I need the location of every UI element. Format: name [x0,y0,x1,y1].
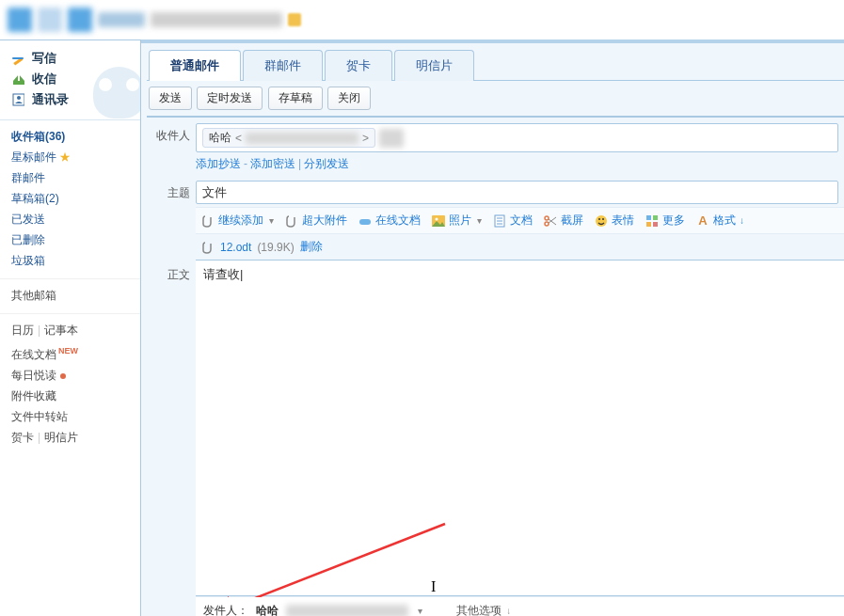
format-label: 格式 [713,213,736,229]
svg-rect-23 [653,222,658,227]
sidebar-item-fav-attach[interactable]: 附件收藏 [11,386,129,406]
top-toolbar: 发送 定时发送 存草稿 关闭 [147,80,844,117]
tab-normal-mail[interactable]: 普通邮件 [149,50,241,81]
svg-rect-22 [646,222,651,227]
online-doc-label: 在线文档 [375,213,421,229]
doc-tool[interactable]: 文档 [493,213,533,229]
svg-rect-6 [362,219,368,225]
subject-row: 主题 [147,175,844,207]
sidebar-item-spam[interactable]: 垃圾箱 [11,250,129,271]
sidebar-item-notepad[interactable]: 记事本 [44,324,78,337]
cloud-doc-icon [358,214,372,228]
continue-add-attach[interactable]: 继续添加▾ [201,213,274,229]
chevron-down-icon[interactable]: ▾ [418,606,422,616]
sidebar-item-group[interactable]: 群邮件 [11,167,129,188]
compose-form: 收件人 哈哈 <> 添加抄送-添加密送|分别发送 主题 [147,117,844,616]
inbox-label: 收件箱(36) [11,130,65,143]
sidebar-item-postcard[interactable]: 明信片 [44,431,78,444]
screenshot-tool[interactable]: 截屏 [544,213,583,229]
sidebar-item-deleted[interactable]: 已删除 [11,229,129,250]
tab-greeting[interactable]: 贺卡 [325,50,392,81]
doc-label: 文档 [510,213,533,229]
sidebar-item-drafts[interactable]: 草稿箱(2) [11,188,129,209]
emoji-tool[interactable]: 表情 [595,213,634,229]
sidebar-row-calendar: 日历|记事本 [11,320,129,340]
annotation-arrow [196,261,844,597]
emoji-label: 表情 [612,213,634,229]
body-row: 正文 请查收 I [147,260,844,596]
sidebar-item-file-transfer[interactable]: 文件中转站 [11,406,129,427]
subject-input[interactable] [196,181,838,204]
app-header [0,0,844,39]
paperclip-icon [201,214,215,228]
sidebar-item-starred[interactable]: 星标邮件 ★ [11,147,129,167]
grid-icon [645,214,659,228]
pencil-icon [11,52,24,65]
sidebar-item-daily-read[interactable]: 每日悦读 [11,365,129,386]
send-button[interactable]: 发送 [149,87,192,110]
recipient-sublinks: 添加抄送-添加密送|分别发送 [196,156,838,172]
add-bcc-link[interactable]: 添加密送 [250,157,295,170]
sender-label: 发件人： [203,603,248,616]
tab-postcard[interactable]: 明信片 [394,50,474,81]
body-label: 正文 [147,260,196,596]
chevron-down-icon: ▾ [269,215,274,226]
timed-send-button[interactable]: 定时发送 [197,87,263,110]
new-badge: NEW [58,346,78,355]
more-label: 更多 [662,213,685,229]
continue-add-label: 继续添加 [218,213,263,229]
recipient-input[interactable]: 哈哈 <> [196,123,838,152]
doc-icon [493,214,506,228]
content-area: 普通邮件 群邮件 贺卡 明信片 发送 定时发送 存草稿 关闭 收件人 哈哈 <> [141,39,844,616]
svg-rect-21 [653,215,658,220]
sidebar-item-inbox[interactable]: 收件箱(36) [11,126,129,147]
flag-icon [288,13,301,26]
sidebar-item-other-mailboxes[interactable]: 其他邮箱 [11,285,129,306]
scissors-icon [544,214,557,228]
sidebar-item-greeting[interactable]: 贺卡 [11,431,34,444]
sender-row: 发件人： 哈哈 ▾ 其他选项 ↓ [196,596,844,616]
svg-rect-1 [12,57,24,59]
attachment-delete[interactable]: 删除 [300,239,323,255]
other-options[interactable]: 其他选项 ↓ [456,603,511,616]
save-draft-button[interactable]: 存草稿 [268,87,323,110]
starred-label: 星标邮件 [11,150,56,164]
redacted-email [246,133,358,144]
emoji-icon [595,214,608,228]
redacted-email [286,605,408,617]
add-cc-link[interactable]: 添加抄送 [196,157,241,170]
folders-section: 收件箱(36) 星标邮件 ★ 群邮件 草稿箱(2) 已发送 已删除 垃圾箱 [0,120,140,279]
format-icon: A [696,214,709,228]
svg-point-3 [17,96,21,100]
svg-point-13 [545,216,549,220]
attachment-name[interactable]: 12.odt [220,241,251,254]
close-button[interactable]: 关闭 [327,87,371,110]
redacted-text [151,12,282,27]
separate-send-link[interactable]: 分别发送 [304,157,349,170]
screenshot-label: 截屏 [561,213,583,229]
more-tool[interactable]: 更多 [645,213,685,229]
photo-label: 照片 [449,213,471,229]
sidebar-item-calendar[interactable]: 日历 [11,324,34,337]
sidebar-item-online-doc[interactable]: 在线文档NEW [11,340,129,365]
body-editor[interactable]: 请查收 I [196,260,844,596]
sidebar-row-greeting: 贺卡|明信片 [11,427,129,448]
redacted-text [98,12,145,27]
dot-icon [60,373,66,379]
online-doc-tool[interactable]: 在线文档 [358,213,421,229]
big-attachment[interactable]: 超大附件 [285,213,347,229]
attachment-row: 12.odt (19.9K) 删除 [196,233,844,260]
other-mailboxes-section: 其他邮箱 [0,279,140,314]
utils-section: 日历|记事本 在线文档NEW 每日悦读 附件收藏 文件中转站 贺卡|明信片 [0,314,140,455]
star-icon: ★ [59,150,71,164]
svg-point-17 [596,215,607,227]
recipient-pill[interactable]: 哈哈 <> [202,128,375,148]
compose-button[interactable]: 写信 [11,48,129,69]
online-doc-label: 在线文档 [11,348,56,361]
format-tool[interactable]: A 格式↓ [696,213,744,229]
sidebar-item-sent[interactable]: 已发送 [11,209,129,229]
photo-tool[interactable]: 照片▾ [432,213,482,229]
logo-part [68,8,92,32]
daily-read-label: 每日悦读 [11,369,56,382]
tab-group-mail[interactable]: 群邮件 [243,50,323,81]
